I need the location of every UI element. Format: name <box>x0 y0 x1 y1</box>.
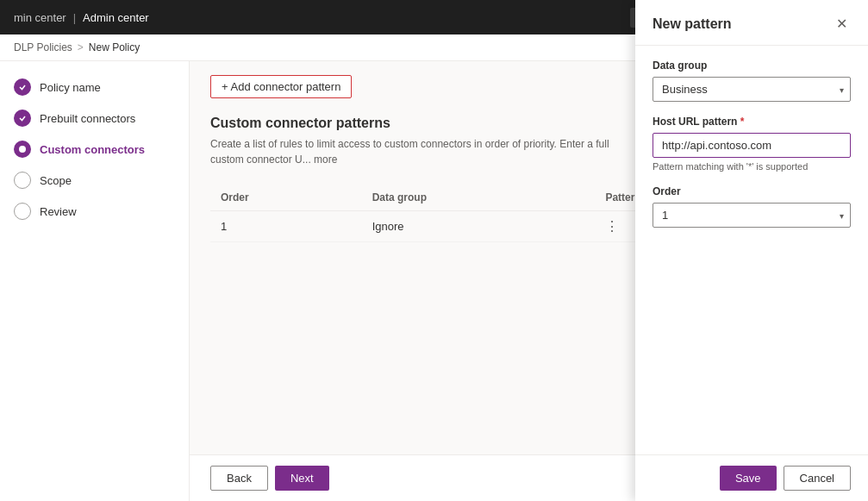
sidebar-label-prebuilt-connectors: Prebuilt connectors <box>40 112 135 125</box>
step-icon-prebuilt-connectors <box>14 110 31 127</box>
step-icon-review <box>14 203 31 220</box>
sidebar: Policy name Prebuilt connectors Custom c… <box>0 61 190 501</box>
panel-header: New pattern ✕ <box>635 0 868 46</box>
sidebar-item-custom-connectors[interactable]: Custom connectors <box>0 134 189 165</box>
panel-footer: Save Cancel <box>635 454 868 501</box>
panel-close-button[interactable]: ✕ <box>833 14 851 34</box>
sidebar-label-scope: Scope <box>40 174 72 187</box>
sidebar-item-policy-name[interactable]: Policy name <box>0 72 189 103</box>
order-label: Order <box>653 185 851 197</box>
order-select[interactable]: 1 2 3 <box>653 203 851 228</box>
col-data-group: Data group <box>362 185 596 211</box>
sidebar-label-policy-name: Policy name <box>40 81 101 94</box>
breadcrumb-current: New Policy <box>89 41 140 53</box>
sidebar-item-scope[interactable]: Scope <box>0 165 189 196</box>
breadcrumb-separator: > <box>78 41 84 53</box>
row-more-icon[interactable]: ⋮ <box>605 219 619 234</box>
data-group-select[interactable]: Business Non-Business Blocked Ignore <box>653 77 851 102</box>
save-button[interactable]: Save <box>720 466 777 491</box>
sidebar-label-review: Review <box>40 205 77 218</box>
breadcrumb-parent[interactable]: DLP Policies <box>14 41 72 53</box>
new-pattern-panel: New pattern ✕ Data group Business Non-Bu… <box>635 0 868 501</box>
topbar-divider: | <box>73 11 76 24</box>
panel-body: Data group Business Non-Business Blocked… <box>635 46 868 454</box>
host-url-label: Host URL pattern * <box>653 116 851 128</box>
host-url-input[interactable] <box>653 133 851 158</box>
sidebar-item-review[interactable]: Review <box>0 196 189 227</box>
data-group-label: Data group <box>653 59 851 72</box>
step-icon-policy-name <box>14 78 31 96</box>
required-marker: * <box>737 116 744 128</box>
app-name: min center <box>14 11 66 24</box>
step-icon-scope <box>14 172 31 189</box>
sidebar-item-prebuilt-connectors[interactable]: Prebuilt connectors <box>0 103 189 134</box>
add-connector-button[interactable]: + Add connector pattern <box>210 75 352 98</box>
sidebar-label-custom-connectors: Custom connectors <box>40 143 145 156</box>
order-select-wrapper: 1 2 3 ▾ <box>653 203 851 228</box>
back-button[interactable]: Back <box>210 466 268 491</box>
panel-title: New pattern <box>653 16 732 32</box>
data-group-select-wrapper: Business Non-Business Blocked Ignore ▾ <box>653 77 851 102</box>
cell-order: 1 <box>210 211 362 242</box>
next-button[interactable]: Next <box>275 466 329 491</box>
admin-center-label: Admin center <box>83 11 149 24</box>
url-hint: Pattern matching with '*' is supported <box>653 161 851 172</box>
section-description: Create a list of rules to limit access t… <box>210 136 641 167</box>
cell-data-group: Ignore <box>362 211 596 242</box>
cancel-button[interactable]: Cancel <box>784 466 851 491</box>
col-order: Order <box>210 185 362 211</box>
step-icon-custom-connectors <box>14 141 31 158</box>
